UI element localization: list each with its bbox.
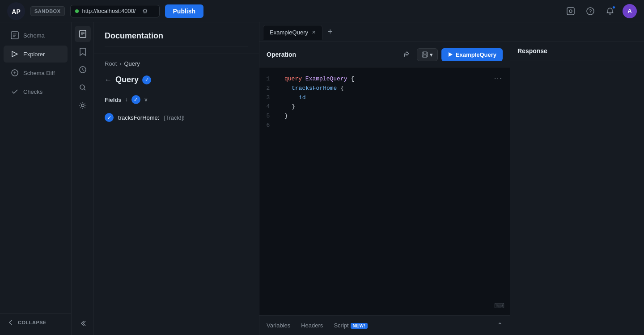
sidebar-schema-label: Schema (23, 32, 45, 39)
back-arrow-icon[interactable]: ← (105, 76, 112, 84)
schema-icon (11, 31, 19, 39)
svg-marker-7 (12, 51, 17, 57)
url-status-dot (75, 9, 79, 13)
operation-header: Operation (259, 42, 510, 67)
doc-divider (105, 46, 248, 46)
fields-check-icon: ✓ (131, 95, 140, 104)
topbar: AP SANDBOX http://localhost:4000/ ⚙ Publ… (0, 0, 644, 22)
tool-doc-icon[interactable] (75, 26, 91, 42)
run-button[interactable]: ExampleQuery (441, 48, 503, 61)
url-text: http://localhost:4000/ (82, 8, 136, 14)
svg-text:AP: AP (12, 8, 20, 15)
line-num-1: 1 (262, 75, 275, 84)
code-line-3: id (284, 93, 503, 103)
editor-container[interactable]: 1 2 3 4 5 6 query ExampleQuery { tracksF… (259, 67, 510, 315)
apollo-studio-icon[interactable] (564, 4, 578, 18)
tab-close-icon[interactable]: ✕ (312, 29, 316, 35)
line-num-6: 6 (262, 121, 275, 130)
code-line-2: tracksForHome { (284, 84, 503, 93)
code-editor[interactable]: query ExampleQuery { tracksForHome { id … (277, 67, 510, 315)
tool-bookmark-icon[interactable] (75, 44, 91, 60)
sidebar-schema-diff-label: Schema Diff (23, 70, 55, 76)
fields-header: Fields ↓ ✓ ∨ (105, 95, 248, 104)
collapse-button[interactable]: COLLAPSE (0, 313, 71, 331)
main-layout: Schema Explorer Schema Diff (0, 22, 644, 335)
editor-area: ExampleQuery ✕ + Operation (259, 22, 644, 335)
tab-label: ExampleQuery (270, 29, 308, 36)
tool-collapse-icon[interactable] (75, 315, 91, 331)
share-icon[interactable] (399, 47, 413, 62)
doc-title: Documentation (105, 31, 248, 41)
svg-marker-14 (449, 52, 453, 57)
doc-header: Documentation (94, 22, 259, 54)
sidebar-explorer-label: Explorer (23, 51, 45, 58)
bottom-tab-headers[interactable]: Headers (301, 320, 323, 331)
query-title: Query (115, 75, 139, 84)
fields-sort-icon[interactable]: ↓ (125, 96, 128, 103)
sidebar-item-schema[interactable]: Schema (4, 27, 68, 44)
bottom-tab-variables[interactable]: Variables (267, 320, 290, 331)
tool-search-icon[interactable] (75, 80, 91, 96)
save-icon-label: ▾ (430, 51, 433, 58)
sidebar-item-checks[interactable]: Checks (4, 83, 68, 100)
breadcrumb-separator: › (119, 61, 121, 67)
new-badge: NEW! (351, 323, 368, 329)
sidebar-item-explorer[interactable]: Explorer (4, 46, 68, 63)
svg-point-3 (569, 10, 572, 13)
save-button[interactable]: ▾ (417, 48, 438, 61)
notifications-icon[interactable] (603, 4, 617, 18)
url-settings-icon[interactable]: ⚙ (142, 8, 148, 15)
field-name: tracksForHome: (118, 114, 159, 121)
more-options-icon[interactable]: ··· (494, 75, 503, 83)
line-num-5: 5 (262, 112, 275, 121)
bottom-chevron-icon[interactable]: ⌃ (497, 321, 503, 330)
line-num-2: 2 (262, 84, 275, 93)
breadcrumb: Root › Query (94, 54, 259, 71)
response-panel: Response (510, 42, 644, 335)
bottom-bar: Variables Headers ScriptNEW! ⌃ (259, 315, 510, 335)
notification-dot (612, 6, 615, 9)
list-item: ✓ tracksForHome: [Track!]! (105, 109, 248, 126)
help-icon[interactable]: ? (583, 4, 597, 18)
doc-panel: Documentation Root › Query ← Query ✓ Fie… (94, 22, 259, 335)
field-check-icon: ✓ (105, 113, 114, 122)
breadcrumb-root[interactable]: Root (105, 60, 117, 67)
collapse-arrow-icon (7, 319, 14, 326)
tool-panel (72, 22, 94, 335)
svg-rect-2 (567, 8, 574, 15)
avatar[interactable]: A (623, 4, 637, 18)
response-header: Response (510, 42, 644, 60)
svg-rect-9 (80, 30, 86, 38)
sandbox-badge: SANDBOX (30, 6, 65, 16)
publish-button[interactable]: Publish (165, 4, 204, 18)
run-label: ExampleQuery (456, 51, 496, 58)
code-line-4: } (284, 102, 503, 112)
breadcrumb-current: Query (124, 60, 140, 67)
query-check-icon: ✓ (142, 75, 151, 84)
fields-expand-icon[interactable]: ∨ (144, 96, 148, 103)
field-type: [Track!]! (164, 114, 184, 121)
bottom-tab-script[interactable]: ScriptNEW! (334, 320, 368, 331)
sidebar-item-schema-diff[interactable]: Schema Diff (4, 64, 68, 81)
svg-point-11 (80, 85, 85, 89)
logo: AP (7, 2, 25, 20)
url-bar[interactable]: http://localhost:4000/ ⚙ (70, 5, 160, 17)
doc-query-header: ← Query ✓ (94, 71, 259, 92)
tab-example-query[interactable]: ExampleQuery ✕ (263, 25, 322, 40)
tab-add-icon[interactable]: + (324, 25, 336, 38)
operation-label: Operation (267, 51, 399, 58)
tool-settings-icon[interactable] (75, 97, 91, 113)
tool-history-icon[interactable] (75, 62, 91, 78)
fields-label: Fields (105, 96, 122, 103)
code-line-1: query ExampleQuery { (284, 75, 503, 84)
sidebar-checks-label: Checks (23, 88, 42, 95)
collapse-label: COLLAPSE (18, 320, 47, 325)
code-line-5: } (284, 112, 503, 121)
checks-icon (11, 88, 19, 96)
keyboard-icon: ⌨ (494, 302, 504, 310)
tabs-bar: ExampleQuery ✕ + (259, 22, 644, 42)
sidebar-nav: Schema Explorer Schema Diff (0, 22, 72, 335)
topbar-icons: ? A (564, 4, 637, 18)
fields-section: Fields ↓ ✓ ∨ ✓ tracksForHome: [Track!]! (94, 92, 259, 129)
code-line-6 (284, 121, 503, 130)
